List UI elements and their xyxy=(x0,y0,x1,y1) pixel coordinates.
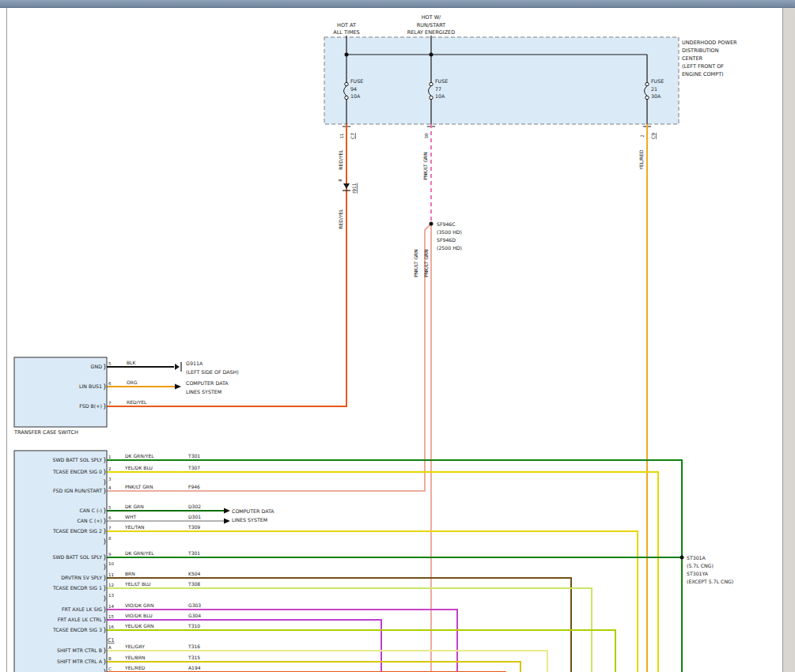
wire-color-label: PNK/LT GRN xyxy=(125,484,153,489)
fuse-rating: 10A xyxy=(435,93,445,99)
pin-bracket: ) xyxy=(104,668,107,672)
pin-number: 6 xyxy=(108,381,112,386)
pin-bracket: ) xyxy=(104,563,107,571)
wire-color-label: DK GRN/YEL xyxy=(125,550,154,556)
junction-dot xyxy=(430,222,433,226)
fuse-terminal xyxy=(345,82,348,85)
pin-number: 11 xyxy=(108,572,114,577)
wire-color-label: I911 xyxy=(351,183,357,193)
pin-number: 12 xyxy=(108,583,114,587)
pin-number: 9 xyxy=(108,552,112,557)
pin-bracket: ) xyxy=(104,383,107,391)
circuit-number: T307 xyxy=(187,465,200,470)
wire-color-label: VIO/DK BLU xyxy=(125,613,153,618)
feed-label: HOT W/ xyxy=(422,14,441,21)
pin-bracket: ) xyxy=(104,647,107,655)
pin-number: 7 xyxy=(108,401,112,406)
transfer-case-connector-box xyxy=(14,451,107,672)
wire-color-label: VIO/DK GRN xyxy=(125,602,153,608)
circuit-number: T315 xyxy=(187,655,200,660)
pin-number: 10 xyxy=(108,561,114,566)
pdc-title-line: DISTRIBUTION xyxy=(682,47,719,54)
pin-bracket: ) xyxy=(104,517,107,525)
annotation-label: (LEFT SIDE OF DASH) xyxy=(186,369,239,375)
fuse-terminal xyxy=(345,96,348,99)
junction-dot xyxy=(680,556,684,560)
splice-label: SF946D xyxy=(437,237,456,243)
wiring-diagram: UNDERHOOD POWERDISTRIBUTIONCENTER(LEFT F… xyxy=(0,0,795,672)
pin-label: GND xyxy=(91,364,103,369)
wire-color-label: YEL/LT BLU xyxy=(124,581,150,587)
wire-color-label: PNK/LT GRN xyxy=(423,249,429,277)
pin-number: A xyxy=(108,645,112,650)
wire-color-label: YEL/DK BLU xyxy=(124,465,153,470)
pin-number: 11 xyxy=(339,134,344,139)
circuit-number: G303 xyxy=(188,602,201,608)
pin-label: TCASE ENCDR SIG 1 xyxy=(52,585,102,591)
pin-bracket: ) xyxy=(104,507,107,515)
pin-label: SHIFT MTR CTRL A xyxy=(57,659,103,664)
wire-pnk-lt-grn-run xyxy=(107,224,431,491)
pin-bracket: ) xyxy=(104,402,107,410)
power-distribution-center-box xyxy=(324,37,679,124)
circuit-number: K504 xyxy=(188,571,201,576)
pin-number: 2 xyxy=(640,134,645,138)
wire-color-label: YEL/BRN xyxy=(124,655,146,660)
pin-number: C xyxy=(108,666,112,671)
splice-label: ST301A xyxy=(687,555,706,561)
splice-label: (EXCEPT 5.7L CNG) xyxy=(687,579,733,584)
pin-number: 15 xyxy=(108,614,114,619)
wire-color-label: YEL/RED xyxy=(638,149,644,171)
wire-vio-dk-grn xyxy=(107,610,457,672)
pin-bracket: ) xyxy=(104,363,107,371)
wire-color-label: YEL/DK GRN xyxy=(124,623,154,629)
pin-number: 1 xyxy=(108,455,112,459)
pin-number: 3 xyxy=(108,477,112,481)
pin-bracket: ) xyxy=(104,456,107,464)
pin-bracket: ) xyxy=(104,584,107,592)
pin-number: 8 xyxy=(108,536,112,541)
circuit-number: T309 xyxy=(187,524,200,530)
junction-dot xyxy=(345,53,349,57)
pin-bracket: ) xyxy=(104,574,107,582)
feed-label: RUN/START xyxy=(417,22,445,28)
wire-color-label: RED/YEL xyxy=(338,209,343,229)
splice-label: ST301YA xyxy=(687,571,709,576)
pdc-title-line: UNDERHOOD POWER xyxy=(682,40,737,46)
wire-yel-brn xyxy=(107,662,521,672)
connector-id: C1 xyxy=(108,637,115,644)
circuit-number: G304 xyxy=(188,613,201,618)
wire-color-label: 8 xyxy=(338,179,343,182)
annotation-label: LINES SYSTEM xyxy=(232,517,267,523)
pin-label: DRVTRN 5V SPLY xyxy=(61,575,102,580)
pin-number: 4 xyxy=(108,485,112,490)
wire-color-label: YEL/GRY xyxy=(124,644,145,649)
pin-label: FSD B(+) xyxy=(79,403,102,409)
pin-label: FRT AXLE LK SIG xyxy=(62,606,102,612)
wire-dk-grn-yel-1 xyxy=(107,460,682,672)
wire-color-label: ORG xyxy=(127,379,138,385)
pin-label: TCASE ENCDR SIG 3 xyxy=(52,627,102,632)
fuse-number: 77 xyxy=(435,86,441,92)
circuit-number: F946 xyxy=(188,484,200,489)
feed-label: HOT AT xyxy=(337,22,356,28)
pin-number: 30 xyxy=(424,133,429,138)
wire-color-label: YEL/TAN xyxy=(124,524,145,530)
splice-label: (5.7L CNG) xyxy=(687,563,714,568)
splice-label: (2500 HD) xyxy=(437,245,462,251)
wire-color-label: WHT xyxy=(125,514,136,519)
arrow-icon xyxy=(175,384,181,390)
arrow-icon xyxy=(224,519,230,524)
wire-color-label: RED/YEL xyxy=(127,399,147,405)
annotation-label: COMPUTER DATA xyxy=(232,508,274,514)
wire-brn xyxy=(107,578,571,672)
pin-label: FSD IGN RUN/START xyxy=(53,488,102,493)
wire-color-label: PNK/LT GRN xyxy=(413,249,418,277)
fuse-name: FUSE xyxy=(350,78,363,84)
pin-label: TCASE ENCDR SIG 2 xyxy=(52,528,102,534)
pin-number: 2 xyxy=(108,466,112,471)
splice-label: SF946C xyxy=(437,221,456,227)
pin-bracket: ) xyxy=(104,595,107,602)
splice-label: (3500 HD) xyxy=(437,229,462,235)
pin-bracket: ) xyxy=(104,527,107,535)
